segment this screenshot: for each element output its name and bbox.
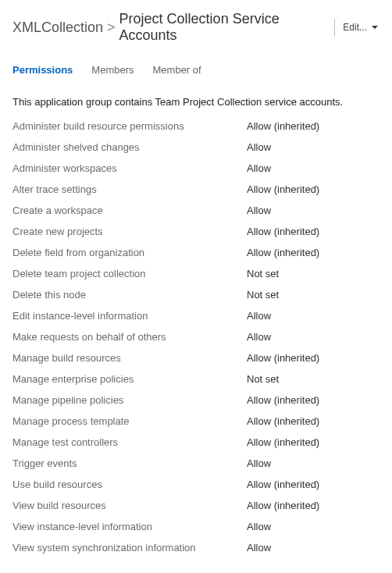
permission-name: Manage build resources xyxy=(12,352,247,364)
permission-value[interactable]: Allow (inherited) xyxy=(247,415,380,427)
permission-value[interactable]: Not set xyxy=(247,373,380,385)
permission-value[interactable]: Allow xyxy=(247,542,380,553)
permission-name: Trigger events xyxy=(12,457,247,469)
edit-dropdown[interactable]: Edit... xyxy=(334,19,380,36)
permission-name: Administer build resource permissions xyxy=(12,120,247,132)
permission-name: Use build resources xyxy=(12,479,247,490)
chevron-down-icon xyxy=(372,26,378,30)
permission-value[interactable]: Allow (inherited) xyxy=(247,500,380,511)
tab-members[interactable]: Members xyxy=(91,64,134,77)
permission-value[interactable]: Allow (inherited) xyxy=(247,436,380,448)
permission-value[interactable]: Allow xyxy=(247,310,380,322)
permission-name: View instance-level information xyxy=(12,521,247,532)
permission-value[interactable]: Allow (inherited) xyxy=(247,394,380,406)
permission-name: Create a workspace xyxy=(12,205,247,216)
permission-name: View build resources xyxy=(12,500,247,511)
tab-member-of[interactable]: Member of xyxy=(153,64,201,77)
permission-value[interactable]: Allow (inherited) xyxy=(247,120,380,132)
permission-name: Manage pipeline policies xyxy=(12,394,247,406)
permission-name: Administer workspaces xyxy=(12,162,247,174)
permission-name: Manage enterprise policies xyxy=(12,373,247,385)
tab-permissions[interactable]: Permissions xyxy=(12,64,73,77)
permission-value[interactable]: Allow xyxy=(247,205,380,216)
permission-value[interactable]: Allow xyxy=(247,162,380,174)
tabs: PermissionsMembersMember of xyxy=(12,64,380,77)
permission-value[interactable]: Allow xyxy=(247,141,380,153)
permission-value[interactable]: Allow (inherited) xyxy=(247,479,380,490)
permissions-table: Administer build resource permissionsAll… xyxy=(12,120,380,553)
breadcrumb: XMLCollection > Project Collection Servi… xyxy=(12,11,334,44)
permission-value[interactable]: Allow (inherited) xyxy=(247,352,380,364)
permission-name: Manage test controllers xyxy=(12,436,247,448)
permission-name: Delete field from organization xyxy=(12,247,247,258)
group-description: This application group contains Team Pro… xyxy=(12,96,380,108)
breadcrumb-root[interactable]: XMLCollection xyxy=(12,20,103,36)
permission-name: View system synchronization information xyxy=(12,542,247,553)
breadcrumb-separator: > xyxy=(107,20,116,36)
permission-value[interactable]: Not set xyxy=(247,289,380,301)
permission-name: Alter trace settings xyxy=(12,183,247,195)
permission-name: Administer shelved changes xyxy=(12,141,247,153)
permission-name: Make requests on behalf of others xyxy=(12,331,247,343)
permission-value[interactable]: Allow xyxy=(247,331,380,343)
breadcrumb-current: Project Collection Service Accounts xyxy=(119,11,335,44)
permission-value[interactable]: Allow (inherited) xyxy=(247,183,380,195)
permission-name: Delete team project collection xyxy=(12,268,247,279)
permission-value[interactable]: Allow (inherited) xyxy=(247,247,380,258)
permission-name: Create new projects xyxy=(12,226,247,237)
permission-value[interactable]: Allow xyxy=(247,457,380,469)
permission-name: Delete this node xyxy=(12,289,247,301)
permission-value[interactable]: Allow (inherited) xyxy=(247,226,380,237)
permission-name: Edit instance-level information xyxy=(12,310,247,322)
permission-value[interactable]: Allow xyxy=(247,521,380,532)
permission-name: Manage process template xyxy=(12,415,247,427)
edit-label: Edit... xyxy=(343,22,367,33)
permission-value[interactable]: Not set xyxy=(247,268,380,279)
